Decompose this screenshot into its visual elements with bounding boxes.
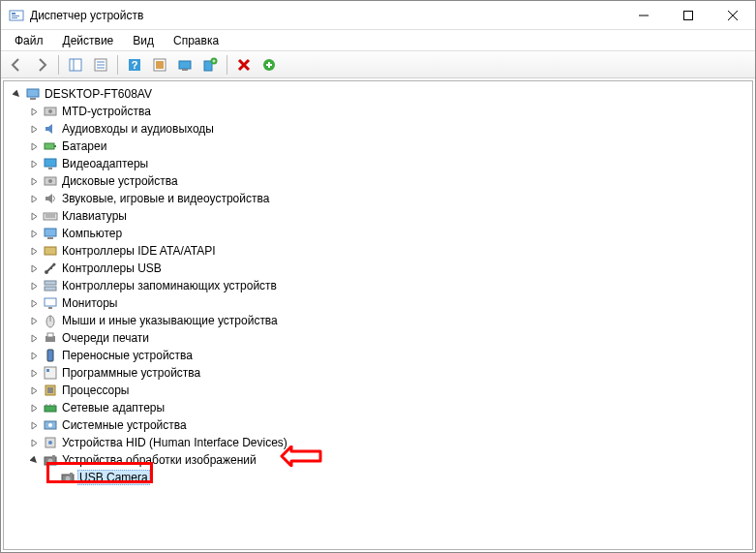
svg-rect-53 bbox=[46, 369, 49, 372]
expand-toggle[interactable] bbox=[27, 279, 41, 292]
hid-icon bbox=[43, 435, 58, 450]
expand-toggle[interactable] bbox=[27, 139, 41, 153]
category-item[interactable]: Устройства HID (Human Interface Devices) bbox=[60, 436, 289, 449]
category-item[interactable]: Дисковые устройства bbox=[60, 174, 180, 188]
expand-toggle[interactable] bbox=[27, 105, 41, 118]
update-driver-button[interactable] bbox=[173, 53, 197, 77]
svg-rect-3 bbox=[12, 17, 17, 18]
svg-point-41 bbox=[53, 263, 56, 266]
expand-toggle[interactable] bbox=[27, 418, 41, 432]
category-item[interactable]: Системные устройства bbox=[60, 418, 189, 432]
category-item[interactable]: Контроллеры запоминающих устройств bbox=[60, 279, 279, 292]
expand-toggle[interactable] bbox=[27, 174, 41, 188]
expand-toggle[interactable] bbox=[27, 366, 41, 380]
category-item[interactable]: Аудиовходы и аудиовыходы bbox=[60, 122, 216, 136]
svg-rect-27 bbox=[45, 143, 54, 149]
svg-rect-42 bbox=[50, 267, 52, 269]
category-item[interactable]: Программные устройства bbox=[60, 366, 202, 380]
category-item[interactable]: Контроллеры USB bbox=[60, 261, 164, 275]
keyboard-icon bbox=[43, 208, 58, 224]
svg-point-32 bbox=[48, 179, 52, 183]
category-item[interactable]: Звуковые, игровые и видеоустройства bbox=[60, 192, 271, 205]
show-hide-console-button[interactable] bbox=[64, 53, 87, 77]
category-item[interactable]: MTD-устройства bbox=[60, 105, 153, 118]
toolbar: ? bbox=[1, 51, 755, 78]
svg-rect-30 bbox=[48, 168, 52, 169]
svg-rect-5 bbox=[684, 11, 693, 19]
expand-toggle[interactable] bbox=[27, 331, 41, 345]
expand-toggle[interactable] bbox=[27, 227, 41, 240]
svg-rect-36 bbox=[45, 229, 56, 236]
svg-rect-44 bbox=[45, 287, 56, 291]
category-item[interactable]: Очереди печати bbox=[60, 331, 151, 345]
category-item[interactable]: Мыши и иные указывающие устройства bbox=[60, 314, 280, 327]
svg-text:?: ? bbox=[132, 59, 138, 71]
close-button[interactable] bbox=[711, 1, 755, 29]
expand-toggle[interactable] bbox=[27, 349, 41, 362]
collapse-toggle[interactable] bbox=[27, 453, 41, 467]
minimize-button[interactable] bbox=[621, 1, 666, 29]
properties-button[interactable] bbox=[89, 53, 112, 77]
tree-root-label[interactable]: DESKTOP-FT608AV bbox=[43, 87, 154, 101]
svg-rect-38 bbox=[45, 247, 56, 255]
svg-rect-52 bbox=[45, 367, 56, 379]
window-title: Диспетчер устройств bbox=[30, 9, 143, 22]
expand-toggle[interactable] bbox=[27, 122, 41, 136]
expand-toggle[interactable] bbox=[27, 157, 41, 170]
expand-toggle[interactable] bbox=[27, 244, 41, 258]
menu-view[interactable]: Вид bbox=[123, 32, 164, 49]
mouse-icon bbox=[43, 313, 58, 328]
audio-icon bbox=[43, 121, 58, 137]
menu-action[interactable]: Действие bbox=[53, 32, 124, 49]
category-item[interactable]: Мониторы bbox=[60, 296, 119, 310]
titlebar: Диспетчер устройств bbox=[1, 1, 755, 30]
expand-toggle[interactable] bbox=[27, 296, 41, 310]
expand-toggle[interactable] bbox=[27, 384, 41, 397]
display-icon bbox=[43, 156, 58, 171]
sound-icon bbox=[43, 191, 58, 206]
disable-device-button[interactable] bbox=[232, 53, 256, 77]
monitor-icon bbox=[43, 295, 58, 311]
network-icon bbox=[43, 400, 58, 415]
device-tree-panel: DESKTOP-FT608AVMTD-устройстваАудиовходы … bbox=[3, 80, 753, 550]
help-button[interactable]: ? bbox=[123, 53, 146, 77]
svg-rect-29 bbox=[45, 159, 56, 167]
expand-toggle[interactable] bbox=[27, 401, 41, 415]
svg-point-26 bbox=[48, 109, 52, 113]
storage-icon bbox=[43, 278, 58, 293]
disk-icon bbox=[43, 173, 58, 189]
forward-button[interactable] bbox=[30, 53, 53, 77]
svg-rect-1 bbox=[12, 13, 15, 15]
software-icon bbox=[43, 365, 58, 381]
category-item[interactable]: Компьютер bbox=[60, 227, 124, 240]
back-button[interactable] bbox=[5, 53, 28, 77]
scan-hardware-button[interactable] bbox=[148, 53, 171, 77]
expand-toggle[interactable] bbox=[27, 209, 41, 223]
expand-toggle[interactable] bbox=[27, 436, 41, 449]
category-item[interactable]: Клавиатуры bbox=[60, 209, 129, 223]
maximize-button[interactable] bbox=[666, 1, 711, 29]
expand-toggle[interactable] bbox=[27, 314, 41, 327]
category-item[interactable]: Переносные устройства bbox=[60, 349, 195, 362]
category-item[interactable]: Процессоры bbox=[60, 384, 132, 397]
expand-toggle[interactable] bbox=[27, 261, 41, 275]
enable-device-button[interactable] bbox=[257, 53, 281, 77]
printer-icon bbox=[43, 330, 58, 346]
svg-rect-23 bbox=[27, 89, 39, 97]
svg-point-63 bbox=[48, 441, 52, 445]
expand-toggle[interactable] bbox=[27, 192, 41, 205]
app-icon bbox=[9, 8, 24, 23]
category-item[interactable]: Видеоадаптеры bbox=[60, 157, 150, 170]
menu-file[interactable]: Файл bbox=[5, 32, 53, 49]
collapse-toggle[interactable] bbox=[10, 87, 23, 101]
svg-rect-18 bbox=[179, 61, 191, 69]
menu-help[interactable]: Справка bbox=[164, 32, 228, 49]
category-item[interactable]: Контроллеры IDE ATA/ATAPI bbox=[60, 244, 218, 258]
category-item[interactable]: Сетевые адаптеры bbox=[60, 401, 166, 415]
ide-icon bbox=[43, 243, 58, 259]
uninstall-device-button[interactable] bbox=[198, 53, 222, 77]
svg-rect-56 bbox=[45, 406, 56, 412]
disk-icon bbox=[43, 104, 58, 119]
svg-rect-28 bbox=[54, 145, 56, 147]
category-item[interactable]: Батареи bbox=[60, 139, 108, 153]
